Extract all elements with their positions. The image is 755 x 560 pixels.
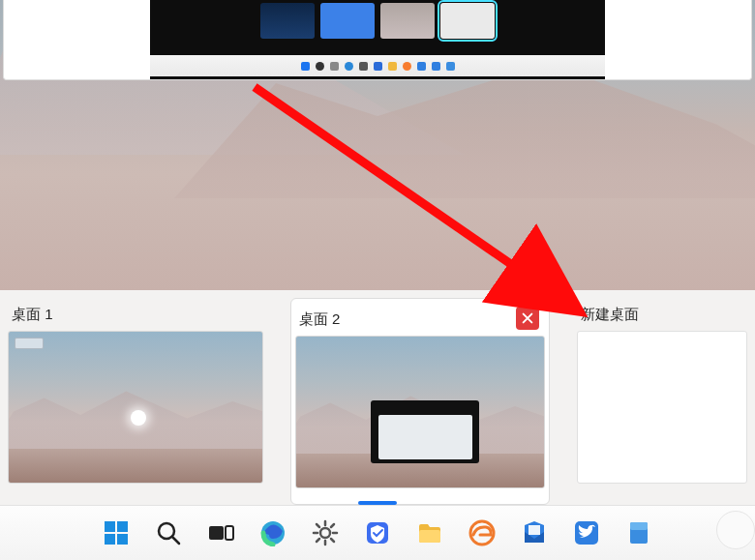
desktop-thumbnail[interactable] [8,331,263,484]
close-desktop-button[interactable] [516,307,539,330]
edge-icon [259,519,287,546]
svg-rect-4 [117,534,128,545]
file-explorer-button[interactable] [413,516,446,549]
desktop-thumbnail[interactable] [295,336,545,488]
svg-line-15 [317,524,319,527]
edge-icon [345,62,353,71]
settings-gear-icon [359,62,368,71]
search-icon [155,519,182,546]
start-icon [301,62,310,71]
desktop-label: 新建桌面 [577,298,747,331]
start-icon [103,519,130,546]
taskview-icon [330,62,339,71]
taskview-thumb-row [260,3,495,39]
desktop-2-label: 桌面 2 [299,310,341,329]
open-window-content [378,415,472,459]
taskbar [0,505,755,560]
edge-legacy-button[interactable] [466,516,498,549]
window-thumb[interactable] [320,3,375,39]
settings-gear-icon [312,519,339,546]
svg-line-16 [331,539,334,542]
desktop-1-label: 桌面 1 [12,306,53,324]
nested-window-preview [3,0,752,80]
new-desktop-thumbnail[interactable] [577,331,747,484]
mail-button[interactable] [518,516,551,549]
window-badge [15,338,44,349]
file-explorer-icon [416,519,443,546]
taskview-button[interactable] [204,516,237,549]
document-app-button[interactable] [622,516,655,549]
svg-rect-8 [226,526,233,540]
svg-rect-1 [105,521,115,532]
file-explorer-icon [388,62,397,71]
svg-line-17 [331,524,334,527]
desktop-label: 桌面 1 [8,298,263,331]
bird-app-icon [432,62,440,71]
edge-legacy-icon [468,519,496,546]
svg-rect-22 [528,525,540,535]
search-icon [316,62,324,71]
bird-app-button[interactable] [570,516,603,549]
window-thumb[interactable] [260,3,315,39]
svg-line-6 [172,537,179,544]
bird-app-icon [573,519,600,546]
svg-rect-2 [117,521,128,532]
new-desktop-label: 新建桌面 [581,306,639,324]
nested-taskbar [150,55,605,76]
wallpaper-sun [131,410,146,426]
settings-button[interactable] [309,516,342,549]
desktop-label: 桌面 2 [295,303,545,336]
taskview-icon [207,519,234,546]
window-thumb-selected[interactable] [440,3,495,39]
virtual-desktop-strip: 桌面 1 桌面 2 新建桌面 [0,290,755,505]
security-shield-icon [374,62,382,71]
svg-rect-3 [105,534,115,545]
security-shield-icon [364,519,391,546]
start-button[interactable] [100,516,133,549]
svg-line-18 [317,539,319,542]
security-button[interactable] [361,516,394,549]
desktop-tile-1[interactable]: 桌面 1 [8,298,263,505]
new-desktop-tile[interactable]: 新建桌面 [577,298,747,505]
desktop-tile-2[interactable]: 桌面 2 [290,298,550,505]
svg-point-10 [320,528,330,538]
assist-bubble[interactable] [716,511,755,549]
document-app-icon [625,519,652,546]
svg-rect-20 [419,530,440,543]
mail-icon [521,519,548,546]
svg-rect-7 [209,526,224,540]
open-window-preview [371,400,480,464]
document-app-icon [446,62,455,71]
svg-rect-25 [630,522,648,530]
nested-window-dark [150,0,605,80]
edge-button[interactable] [257,516,289,549]
edge-legacy-icon [403,62,411,71]
mail-icon [417,62,426,71]
search-button[interactable] [152,516,185,549]
close-icon [521,311,534,325]
window-thumb[interactable] [380,3,435,39]
